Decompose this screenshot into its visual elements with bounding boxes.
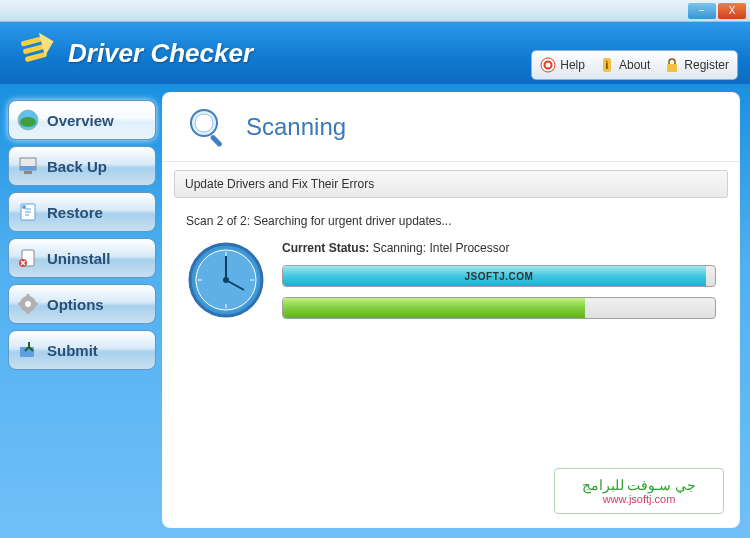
help-icon (540, 57, 556, 73)
magnifier-icon (186, 105, 230, 149)
app-header: Driver Checker Help i About Register (0, 22, 750, 84)
progress-bar-2 (282, 297, 716, 319)
app-logo-icon (16, 32, 58, 74)
overview-icon (17, 109, 39, 131)
info-bar: Update Drivers and Fix Their Errors (174, 170, 728, 198)
current-status-value: Scanning: Intel Processor (369, 241, 509, 255)
svg-rect-7 (667, 64, 677, 72)
watermark-url-text: www.jsoftj.com (603, 493, 676, 505)
restore-icon (17, 201, 39, 223)
sidebar-item-label: Uninstall (47, 250, 110, 267)
sidebar-item-label: Options (47, 296, 104, 313)
about-link[interactable]: i About (599, 57, 650, 73)
sidebar-item-backup[interactable]: Back Up (8, 146, 156, 186)
clock-icon (186, 240, 266, 320)
app-title: Driver Checker (68, 38, 253, 69)
current-status-label: Current Status: (282, 241, 369, 255)
svg-point-15 (22, 205, 26, 209)
register-icon (664, 57, 680, 73)
sidebar-item-label: Restore (47, 204, 103, 221)
svg-text:i: i (606, 60, 609, 71)
progress-bar-1: JSOFTJ.COM (282, 265, 716, 287)
about-icon: i (599, 57, 615, 73)
svg-rect-12 (20, 166, 36, 170)
progress-fill-2 (283, 298, 585, 318)
watermark-badge: جي سـوفت للبرامج www.jsoftj.com (554, 468, 724, 514)
title-bar: − X (0, 0, 750, 22)
sidebar: Overview Back Up Restore Uninstall Optio… (8, 92, 156, 528)
svg-point-32 (223, 277, 229, 283)
sidebar-item-options[interactable]: Options (8, 284, 156, 324)
svg-point-3 (541, 58, 555, 72)
register-label: Register (684, 58, 729, 72)
close-button[interactable]: X (718, 3, 746, 19)
sidebar-item-uninstall[interactable]: Uninstall (8, 238, 156, 278)
help-link[interactable]: Help (540, 57, 585, 73)
sidebar-item-label: Back Up (47, 158, 107, 175)
current-status-line: Current Status: Scanning: Intel Processo… (282, 241, 716, 255)
progress-watermark-label: JSOFTJ.COM (465, 271, 534, 282)
minimize-button[interactable]: − (688, 3, 716, 19)
sidebar-item-restore[interactable]: Restore (8, 192, 156, 232)
scan-area: Current Status: Scanning: Intel Processo… (162, 236, 740, 340)
svg-point-19 (25, 301, 31, 307)
body-area: Overview Back Up Restore Uninstall Optio… (0, 84, 750, 538)
header-links-bar: Help i About Register (531, 50, 738, 80)
svg-point-26 (195, 114, 213, 132)
sidebar-item-label: Submit (47, 342, 98, 359)
watermark-ar-text: جي سـوفت للبرامج (582, 477, 697, 493)
about-label: About (619, 58, 650, 72)
svg-rect-13 (24, 171, 32, 174)
svg-point-9 (20, 117, 36, 127)
content-panel: Scanning Update Drivers and Fix Their Er… (162, 92, 740, 528)
sidebar-item-overview[interactable]: Overview (8, 100, 156, 140)
progress-column: Current Status: Scanning: Intel Processo… (282, 241, 716, 319)
register-link[interactable]: Register (664, 57, 729, 73)
uninstall-icon (17, 247, 39, 269)
content-header: Scanning (162, 92, 740, 162)
sidebar-item-submit[interactable]: Submit (8, 330, 156, 370)
submit-icon (17, 339, 39, 361)
backup-icon (17, 155, 39, 177)
options-icon (17, 293, 39, 315)
content-title: Scanning (246, 113, 346, 141)
scan-status-text: Scan 2 of 2: Searching for urgent driver… (186, 214, 716, 228)
help-label: Help (560, 58, 585, 72)
svg-rect-27 (209, 134, 222, 147)
sidebar-item-label: Overview (47, 112, 114, 129)
